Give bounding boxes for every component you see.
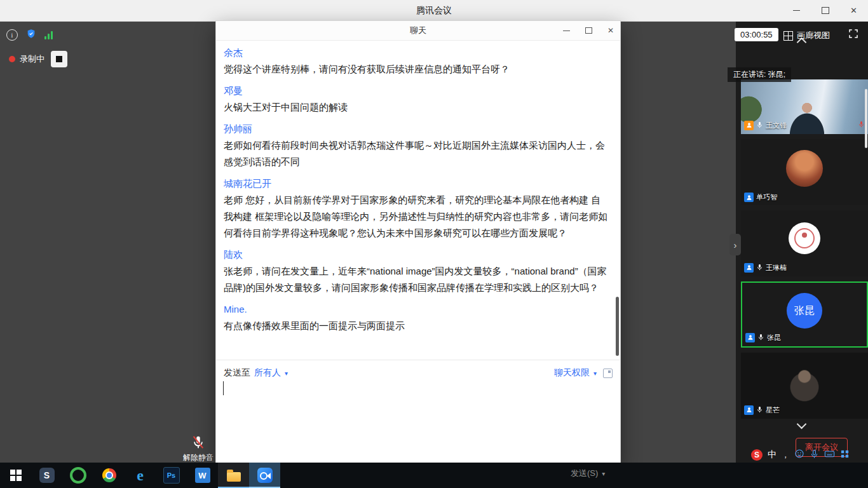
punctuation-icon[interactable]: ，	[782, 450, 789, 461]
unmute-label: 解除静音	[180, 452, 216, 463]
avatar	[789, 222, 820, 254]
participant-name: 张昆	[767, 333, 781, 342]
browser-360-button[interactable]	[62, 463, 93, 488]
gallery-view-button[interactable]: 画廊视图	[783, 30, 830, 41]
message-text: 老师 您好，从目前新传学界对于国家形象的研究来看，研究的理论基本局限在他者构建 …	[224, 192, 609, 241]
desktop-screen: 腾讯会议 ✕ i 录制中 解除静音	[0, 0, 868, 488]
security-shield-icon[interactable]	[26, 29, 36, 41]
chat-title: 聊天	[410, 25, 426, 36]
folder-icon	[227, 472, 241, 482]
message-text: 老师如何看待前段时间央视对话郭杰瑞这件事呢～对比近期国外主流媒体采访国内人士，会…	[224, 137, 609, 170]
message-sender[interactable]: 城南花已开	[224, 175, 609, 192]
speaking-indicator: 正在讲话: 张昆;	[728, 67, 791, 82]
fullscreen-button[interactable]	[848, 28, 859, 42]
minimize-icon	[793, 10, 800, 11]
edge-button[interactable]: e	[125, 463, 156, 488]
fullscreen-icon	[848, 28, 859, 39]
main-window-titlebar: 腾讯会议 ✕	[0, 0, 868, 22]
meeting-timer: 03:00:55	[735, 28, 778, 41]
chat-titlebar[interactable]: 聊天 ✕	[216, 21, 620, 41]
mic-icon	[756, 119, 763, 131]
mic-icon	[756, 404, 763, 416]
mic-muted-icon	[180, 435, 216, 451]
chat-window-controls: ✕	[563, 21, 614, 40]
message-text: 觉得这个讲座特别棒，请问有没有获取后续讲座信息的通知平台呀？	[224, 61, 609, 78]
participant-name: 王文锋	[766, 121, 787, 130]
stage-top-icons: i	[6, 29, 53, 41]
tencent-meeting-icon	[257, 468, 273, 483]
meeting-info-icon[interactable]: i	[6, 29, 18, 41]
chat-minimize-button[interactable]	[563, 30, 570, 31]
maximize-icon	[822, 7, 829, 14]
recording-pill: 录制中	[9, 53, 44, 65]
participant-name: 单巧智	[756, 193, 777, 202]
s-app-icon: S	[39, 468, 55, 483]
sogou-logo-icon[interactable]: S	[751, 449, 763, 461]
chrome-button[interactable]	[93, 463, 125, 488]
recording-label: 录制中	[20, 53, 44, 65]
taskbar: S e Ps W 中 11:31 2020/7/13	[0, 463, 868, 488]
ime-toolbar: S 中 ，	[751, 448, 850, 462]
scroll-down-icon[interactable]	[797, 419, 807, 430]
recording-indicator: 录制中	[9, 51, 67, 67]
emoji-icon[interactable]	[794, 449, 804, 461]
participant-name: 王琳楠	[766, 263, 787, 273]
panel-scrollbar[interactable]	[865, 89, 867, 148]
avatar: 张昆	[787, 293, 822, 329]
member-badge-icon	[745, 333, 755, 342]
unmute-control[interactable]: 解除静音	[180, 435, 216, 463]
vmware-icon: W	[195, 468, 210, 483]
participant-tile[interactable]: 单巧智	[741, 139, 868, 205]
keyboard-icon[interactable]	[824, 449, 835, 462]
browser-360-icon	[70, 467, 86, 484]
participant-tile-speaking[interactable]: 张昆 张昆	[741, 281, 868, 348]
message-sender[interactable]: Mine.	[224, 301, 609, 318]
file-explorer-button[interactable]	[218, 463, 249, 488]
member-badge-icon	[744, 263, 754, 273]
grid-icon	[783, 31, 793, 41]
participant-name: 星芒	[766, 405, 780, 415]
chevron-down-icon[interactable]: ▾	[593, 370, 597, 377]
message-text: 火锅大王对于中国问题的解读	[224, 99, 609, 116]
participant-tile[interactable]: 王琳楠	[741, 210, 868, 276]
s-app-button[interactable]: S	[31, 463, 62, 488]
windows-logo-icon	[10, 470, 22, 481]
chat-close-button[interactable]: ✕	[607, 26, 614, 35]
member-badge-icon	[744, 405, 754, 415]
vmware-button[interactable]: W	[187, 463, 218, 488]
message-sender[interactable]: 孙帅丽	[224, 121, 609, 137]
message-sender[interactable]: 邓曼	[224, 83, 609, 99]
participant-tile[interactable]: 星芒	[741, 353, 868, 419]
chevron-down-icon[interactable]: ▾	[285, 370, 288, 377]
member-badge-icon	[744, 193, 754, 202]
chinese-mode-icon[interactable]: 中	[768, 449, 776, 461]
start-button[interactable]	[0, 463, 31, 488]
close-icon: ✕	[850, 6, 857, 15]
send-button[interactable]: 发送(S) ▾	[571, 468, 605, 479]
mic-icon	[757, 332, 764, 343]
stop-icon	[56, 56, 62, 62]
gallery-view-label: 画廊视图	[797, 30, 830, 41]
message-sender[interactable]: 陆欢	[224, 247, 609, 263]
main-window-title: 腾讯会议	[0, 0, 868, 21]
photoshop-button[interactable]: Ps	[156, 463, 187, 488]
tencent-meeting-button[interactable]	[249, 463, 280, 488]
panel-collapse-handle[interactable]: ›	[729, 234, 741, 255]
voice-input-icon[interactable]	[810, 449, 819, 461]
maximize-button[interactable]	[811, 0, 839, 21]
muted-mic-icon	[858, 119, 865, 130]
recording-dot-icon	[9, 56, 15, 62]
message-text: 有点像传播效果里面的一面提示与两面提示	[224, 318, 609, 334]
chat-scrollbar[interactable]	[616, 297, 619, 356]
minimize-button[interactable]	[782, 0, 811, 21]
close-button[interactable]: ✕	[839, 0, 868, 21]
message-sender[interactable]: 余杰	[224, 44, 609, 61]
chat-message-list[interactable]: 余杰 觉得这个讲座特别棒，请问有没有获取后续讲座信息的通知平台呀？ 邓曼 火锅大…	[216, 41, 615, 360]
network-quality-icon[interactable]	[44, 30, 53, 39]
chat-input[interactable]	[224, 377, 613, 462]
stop-recording-button[interactable]	[51, 51, 67, 67]
participant-tile[interactable]: 王文锋	[741, 79, 868, 134]
chrome-icon	[102, 468, 116, 482]
chat-maximize-button[interactable]	[585, 27, 592, 34]
toolbox-icon[interactable]	[840, 449, 850, 461]
